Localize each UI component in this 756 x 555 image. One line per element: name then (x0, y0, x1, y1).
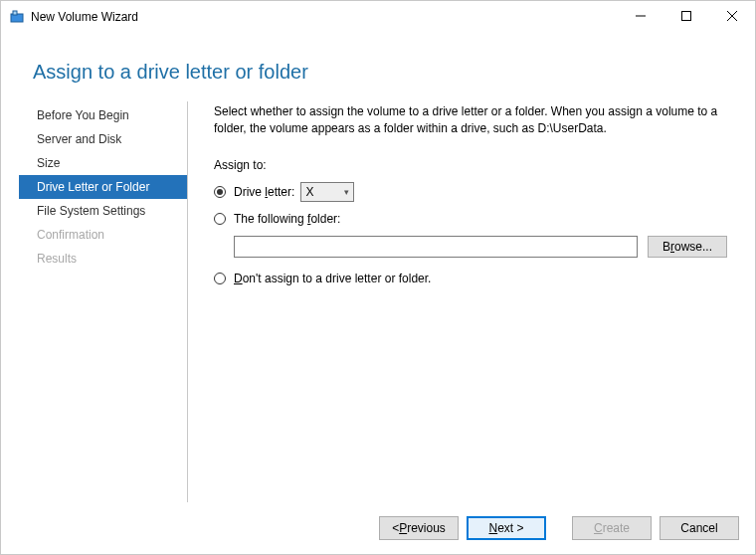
next-button[interactable]: Next > (467, 516, 546, 540)
step-drive-letter-or-folder[interactable]: Drive Letter or Folder (19, 175, 187, 199)
folder-input-row: Browse... (234, 236, 727, 258)
app-icon (9, 9, 25, 25)
svg-line-5 (727, 11, 737, 21)
option-folder-label: The following folder: (234, 212, 340, 226)
step-results: Results (19, 247, 187, 271)
step-file-system-settings[interactable]: File System Settings (19, 199, 187, 223)
radio-drive-letter[interactable] (214, 186, 226, 198)
folder-path-input[interactable] (234, 236, 638, 258)
assign-to-label: Assign to: (214, 158, 727, 172)
close-button[interactable] (709, 1, 755, 31)
option-drive-letter[interactable]: Drive letter: X ▾ (214, 182, 727, 202)
description-text: Select whether to assign the volume to a… (214, 103, 727, 138)
drive-letter-value: X (305, 185, 313, 199)
page-title: Assign to a drive letter or folder (33, 61, 737, 84)
option-none-label: Don't assign to a drive letter or folder… (234, 272, 431, 285)
radio-folder[interactable] (214, 213, 226, 225)
option-none[interactable]: Don't assign to a drive letter or folder… (214, 272, 727, 285)
window-title: New Volume Wizard (31, 10, 618, 24)
chevron-down-icon: ▾ (344, 187, 349, 197)
window-buttons (618, 1, 755, 33)
cancel-button[interactable]: Cancel (660, 516, 739, 540)
svg-rect-3 (682, 12, 691, 21)
wizard-steps: Before You Begin Server and Disk Size Dr… (19, 101, 188, 502)
content-area: Assign to a drive letter or folder Befor… (1, 33, 755, 502)
step-confirmation: Confirmation (19, 223, 187, 247)
option-drive-letter-label: Drive letter: (234, 185, 294, 199)
create-button: Create (572, 516, 652, 540)
radio-none[interactable] (214, 273, 226, 284)
maximize-button[interactable] (663, 1, 709, 31)
titlebar: New Volume Wizard (1, 1, 755, 33)
drive-letter-select[interactable]: X ▾ (300, 182, 354, 202)
svg-rect-1 (13, 11, 17, 15)
svg-line-4 (727, 11, 737, 21)
step-before-you-begin[interactable]: Before You Begin (19, 103, 187, 127)
step-server-and-disk[interactable]: Server and Disk (19, 127, 187, 151)
minimize-button[interactable] (618, 1, 663, 31)
browse-button[interactable]: Browse... (648, 236, 727, 258)
wizard-footer: < Previous Next > Create Cancel (1, 502, 755, 554)
wizard-window: New Volume Wizard Assign to a drive lett… (0, 0, 756, 555)
previous-button[interactable]: < Previous (379, 516, 459, 540)
option-folder[interactable]: The following folder: (214, 212, 727, 226)
body: Before You Begin Server and Disk Size Dr… (19, 101, 737, 502)
main-panel: Select whether to assign the volume to a… (188, 101, 737, 502)
step-size[interactable]: Size (19, 151, 187, 175)
